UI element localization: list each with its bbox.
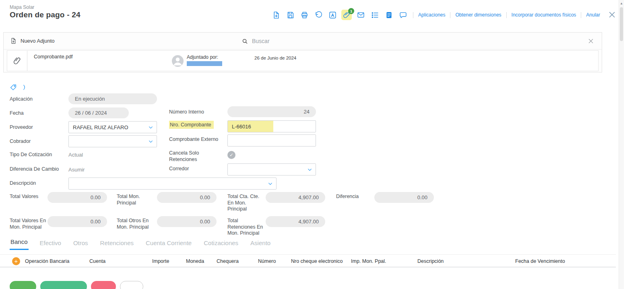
field-label-proveedor: Proveedor (10, 124, 33, 131)
table-header: + Operación Bancaria Cuenta Importe Mone… (0, 254, 616, 267)
new-attachment-icon[interactable] (9, 37, 17, 45)
attachment-count-badge: 1 (348, 8, 354, 14)
tab-otros[interactable]: Otros (72, 239, 89, 250)
total-retenciones-mon-ppal: 4,907.00 (266, 216, 325, 227)
field-label-corredor: Corredor (169, 166, 189, 172)
total-retenciones-mon-ppal-value: 4,907.00 (298, 219, 319, 225)
attachment-filename[interactable]: Comprobante.pdf (34, 54, 73, 60)
tab-cuenta-corriente[interactable]: Cuenta Corriente (145, 239, 192, 250)
chevron-down-icon (307, 167, 312, 173)
column-chequera: Chequera (217, 258, 239, 264)
tab-bar: Banco Efectivo Otros Retenciones Cuenta … (10, 238, 271, 250)
field-label-nro-comprobante: Nro. Comprobante (169, 122, 214, 128)
attachment-date: 26 de Junio de 2024 (254, 56, 296, 60)
comment-icon[interactable] (398, 10, 408, 20)
column-importe: Importe (152, 258, 169, 264)
history-icon[interactable] (313, 10, 324, 20)
column-fecha-vencimiento: Fecha de Vencimiento (515, 258, 565, 264)
attachments-header: Nuevo Adjunto (4, 33, 602, 50)
field-comprobante-externo[interactable] (227, 134, 316, 147)
field-label-numero-interno: Número Interno (169, 109, 204, 116)
chevron-down-icon (268, 181, 273, 188)
attachment-search (242, 33, 340, 50)
total-label: Total Valores (10, 194, 46, 200)
column-cuenta: Cuenta (89, 258, 105, 264)
form-tools (10, 84, 28, 91)
toolbar: 1 Aplicaciones Obtener dimensiones Incor… (271, 10, 617, 20)
field-numero-interno: 24 (227, 106, 316, 117)
footer-button-2[interactable] (40, 281, 87, 289)
scrollbar-thumb[interactable] (620, 7, 623, 41)
attachment-row[interactable]: Comprobante.pdf Adjuntado por: 26 de Jun… (7, 50, 599, 71)
total-otros-mon-ppal-value: 0.00 (200, 219, 210, 225)
link-incorporar-documentos-fisicos[interactable]: Incorporar documentos físicos (512, 12, 576, 18)
tab-retenciones[interactable]: Retenciones (99, 239, 134, 250)
search-input[interactable] (251, 37, 340, 45)
field-proveedor-value: RAFAEL RUIZ ALFARO (73, 124, 128, 130)
field-label-descripcion: Descripción (10, 180, 36, 187)
total-valores-mon-ppal-value: 0.00 (91, 219, 101, 225)
total-label: Total Mon. Principal (117, 194, 151, 206)
expand-icon[interactable] (21, 84, 28, 91)
close-icon[interactable] (607, 10, 617, 20)
column-moneda: Moneda (186, 258, 204, 264)
column-nro-cheque-electronico: Nro cheque electronico (291, 258, 343, 264)
field-label-fecha: Fecha (10, 110, 24, 117)
tab-cotizaciones[interactable]: Cotizaciones (203, 239, 239, 250)
attached-by-label: Adjuntado por: (187, 54, 218, 60)
field-nro-comprobante[interactable]: L-66016 (227, 120, 316, 132)
field-nro-comprobante-value: L-66016 (232, 124, 251, 130)
new-attachment-label[interactable]: Nuevo Adjunto (21, 38, 55, 44)
avatar (172, 55, 184, 67)
new-document-icon[interactable] (271, 10, 281, 20)
tab-asiento[interactable]: Asiento (250, 239, 271, 250)
footer-button-1[interactable] (10, 281, 36, 289)
divider (413, 12, 413, 18)
total-otros-mon-ppal: 0.00 (157, 216, 217, 227)
field-cobrador-select[interactable] (68, 135, 157, 147)
search-icon (242, 38, 248, 44)
column-operacion-bancaria: Operación Bancaria (25, 258, 69, 264)
field-descripcion-select[interactable] (68, 178, 277, 190)
document-icon[interactable] (384, 10, 394, 20)
total-valores-value: 0.00 (91, 194, 101, 200)
tag-icon[interactable] (10, 84, 17, 91)
link-obtener-dimensiones[interactable]: Obtener dimensiones (455, 12, 501, 18)
field-label-aplicacion: Aplicación (10, 96, 33, 103)
total-valores-mon-ppal: 0.00 (47, 216, 107, 227)
tab-banco[interactable]: Banco (10, 238, 29, 250)
add-row-button[interactable]: + (12, 257, 20, 265)
field-fecha-value: 26 / 06 / 2024 (75, 110, 107, 116)
footer-button-4[interactable] (120, 281, 143, 289)
field-label-cancela-solo-retenciones: Cancela Solo Retenciones (169, 150, 213, 163)
field-corredor-select[interactable] (227, 163, 316, 175)
attachment-icon[interactable]: 1 (341, 10, 352, 20)
scroll-up-icon[interactable]: ▲ (619, 0, 624, 5)
total-mon-principal-value: 0.00 (200, 194, 210, 200)
print-icon[interactable] (299, 10, 310, 20)
save-icon[interactable] (285, 10, 295, 20)
vertical-scrollbar[interactable]: ▲ (619, 0, 624, 289)
chevron-down-icon (148, 125, 153, 131)
tab-efectivo[interactable]: Efectivo (39, 239, 62, 250)
divider (581, 12, 581, 18)
mail-icon[interactable] (355, 10, 366, 20)
field-fecha[interactable]: 26 / 06 / 2024 (68, 107, 129, 118)
column-imp-mon-ppal: Imp. Mon. Ppal. (351, 258, 386, 264)
footer-button-3[interactable] (91, 281, 116, 289)
paperclip-icon (7, 51, 27, 71)
total-mon-principal: 0.00 (157, 192, 217, 203)
total-label: Total Retenciones En Mon. Principal (227, 218, 266, 237)
checklist-icon[interactable] (369, 10, 380, 20)
field-proveedor-select[interactable]: RAFAEL RUIZ ALFARO (68, 121, 157, 133)
cancela-retenciones-checkbox[interactable] (227, 151, 235, 159)
total-label: Total Valores En Mon. Principal (10, 218, 47, 230)
link-anular[interactable]: Anular (586, 12, 600, 18)
close-attachments-icon[interactable] (586, 36, 596, 46)
field-label-nro-comprobante-text: Nro. Comprobante (169, 121, 214, 129)
total-diferencia: 0.00 (374, 192, 434, 203)
column-numero: Número (258, 258, 276, 264)
attachments-panel: Nuevo Adjunto Comprobante.pdf Adjuntado … (3, 32, 602, 72)
font-case-icon[interactable] (327, 10, 338, 20)
link-aplicaciones[interactable]: Aplicaciones (418, 12, 445, 18)
